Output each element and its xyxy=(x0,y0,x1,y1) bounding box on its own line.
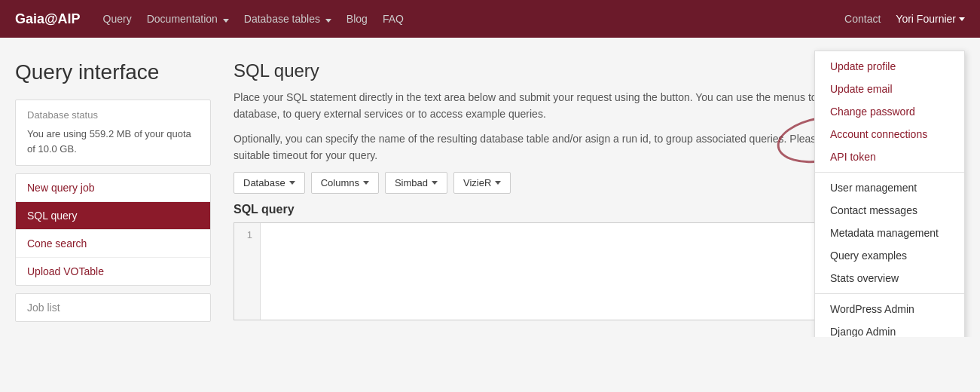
nav-item-query[interactable]: Query xyxy=(103,13,132,25)
nav-item-blog[interactable]: Blog xyxy=(347,13,368,25)
job-list-card: Job list xyxy=(15,293,211,322)
nav-link-database-tables[interactable]: Database tables xyxy=(244,13,331,25)
dropdown-api-token[interactable]: API token xyxy=(815,145,964,168)
nav-right: Contact Yori Fournier Update profile Upd… xyxy=(844,13,965,25)
job-list-title: Job list xyxy=(27,302,199,314)
user-menu-caret xyxy=(959,17,965,21)
toolbar-simbad-button[interactable]: Simbad xyxy=(385,172,447,194)
navbar: Gaia@AIP Query Documentation Database ta… xyxy=(0,0,980,38)
nav-link-faq[interactable]: FAQ xyxy=(383,13,404,25)
nav-link-query[interactable]: Query xyxy=(103,13,132,25)
sidebar-item-new-query-job[interactable]: New query job xyxy=(16,174,210,202)
user-dropdown: Update profile Update email Change passw… xyxy=(814,51,965,337)
database-status-title: Database status xyxy=(27,109,199,121)
sidebar-item-cone-search[interactable]: Cone search xyxy=(16,230,210,258)
dropdown-query-examples[interactable]: Query examples xyxy=(815,244,964,267)
documentation-caret xyxy=(223,19,229,23)
dropdown-update-email[interactable]: Update email xyxy=(815,78,964,100)
line-numbers: 1 xyxy=(234,223,261,320)
simbad-btn-caret xyxy=(432,181,438,185)
dropdown-wordpress-admin[interactable]: WordPress Admin xyxy=(815,298,964,320)
toolbar-columns-button[interactable]: Columns xyxy=(311,172,379,194)
database-btn-caret xyxy=(289,181,295,185)
database-tables-caret xyxy=(325,19,331,23)
toolbar-database-button[interactable]: Database xyxy=(234,172,305,194)
dropdown-metadata-management[interactable]: Metadata management xyxy=(815,222,964,244)
sidebar: Query interface Database status You are … xyxy=(15,60,211,322)
user-menu-button[interactable]: Yori Fournier xyxy=(896,13,965,25)
navbar-brand[interactable]: Gaia@AIP xyxy=(15,11,81,27)
dropdown-change-password[interactable]: Change password xyxy=(815,100,964,123)
dropdown-django-admin[interactable]: Django Admin xyxy=(815,320,964,337)
nav-link-documentation[interactable]: Documentation xyxy=(147,13,229,25)
contact-link[interactable]: Contact xyxy=(844,13,881,25)
user-menu-container: Yori Fournier Update profile Update emai… xyxy=(896,13,965,25)
dropdown-divider-1 xyxy=(815,172,964,173)
nav-item-database-tables[interactable]: Database tables xyxy=(244,13,331,25)
nav-item-faq[interactable]: FAQ xyxy=(383,13,404,25)
database-status-card: Database status You are using 559.2 MB o… xyxy=(15,100,211,166)
dropdown-divider-2 xyxy=(815,293,964,294)
dropdown-account-connections[interactable]: Account connections xyxy=(815,123,964,145)
nav-item-documentation[interactable]: Documentation xyxy=(147,13,229,25)
sidebar-item-sql-query[interactable]: SQL query xyxy=(16,202,210,230)
toolbar-vizier-button[interactable]: VizieR xyxy=(453,172,511,194)
dropdown-update-profile[interactable]: Update profile xyxy=(815,55,964,78)
page-title: Query interface xyxy=(15,60,211,84)
nav-links: Query Documentation Database tables Blog… xyxy=(103,13,845,25)
dropdown-user-management[interactable]: User management xyxy=(815,176,964,199)
vizier-btn-caret xyxy=(495,181,501,185)
columns-btn-caret xyxy=(363,181,369,185)
database-status-text: You are using 559.2 MB of your quota of … xyxy=(27,127,199,156)
dropdown-menu: Update profile Update email Change passw… xyxy=(814,51,965,337)
nav-link-blog[interactable]: Blog xyxy=(347,13,368,25)
sidebar-nav: New query job SQL query Cone search Uplo… xyxy=(15,173,211,286)
dropdown-contact-messages[interactable]: Contact messages xyxy=(815,199,964,222)
dropdown-stats-overview[interactable]: Stats overview xyxy=(815,267,964,289)
sidebar-item-upload-votable[interactable]: Upload VOTable xyxy=(16,258,210,285)
